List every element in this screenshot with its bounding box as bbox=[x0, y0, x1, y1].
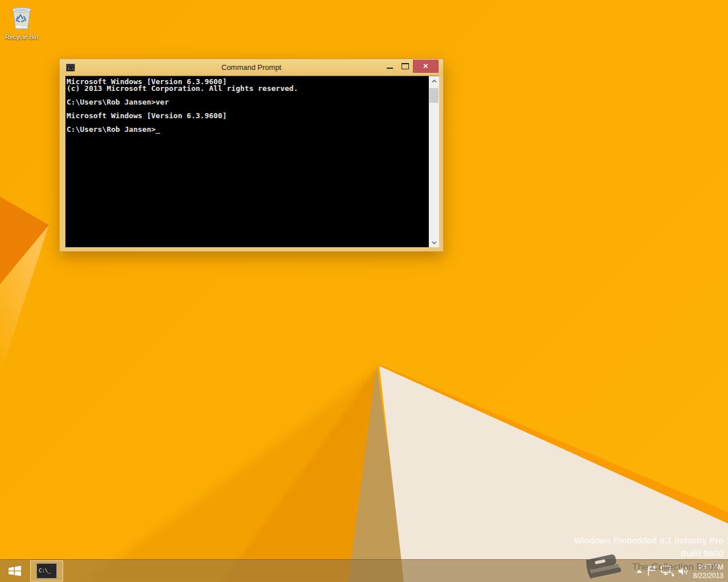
action-center-button[interactable] bbox=[647, 560, 657, 582]
windows-logo-icon bbox=[7, 564, 22, 577]
cmd-icon-dots: ... bbox=[51, 564, 55, 567]
chevron-down-icon bbox=[432, 241, 437, 244]
volume-button[interactable] bbox=[678, 560, 688, 582]
watermark-edition: Windows Embedded 8.1 Industry Pro bbox=[574, 534, 723, 547]
console-output[interactable]: Microsoft Windows [Version 6.3.9600] (c)… bbox=[65, 76, 429, 247]
recycle-bin-icon bbox=[9, 3, 35, 31]
show-hidden-icons-icon bbox=[636, 569, 643, 573]
close-button[interactable]: × bbox=[413, 60, 439, 73]
scrollbar-up-button[interactable] bbox=[429, 76, 439, 86]
recycle-bin[interactable]: Recycle Bin bbox=[2, 3, 41, 40]
console-prompt: C:\Users\Rob Jansen> bbox=[67, 125, 156, 134]
start-button[interactable] bbox=[0, 560, 30, 582]
console-line: C:\Users\Rob Jansen>ver bbox=[67, 99, 429, 106]
maximize-icon bbox=[402, 63, 409, 69]
speaker-icon bbox=[678, 566, 688, 576]
desktop: Recycle Bin ... C:\_ Command Prompt × bbox=[0, 0, 728, 582]
taskbar: ... C:\_ bbox=[0, 559, 728, 582]
cmd-icon: ... C:\_ bbox=[36, 563, 57, 579]
maximize-button[interactable] bbox=[398, 59, 413, 73]
window-controls: × bbox=[382, 59, 439, 73]
scrollbar-thumb[interactable] bbox=[429, 88, 439, 103]
console-prompt-line: C:\Users\Rob Jansen>_ bbox=[67, 126, 429, 133]
scrollbar-down-button[interactable] bbox=[429, 238, 439, 247]
recycle-bin-label: Recycle Bin bbox=[2, 34, 41, 40]
clock-time: 9:57 AM bbox=[693, 563, 723, 572]
flag-icon bbox=[647, 566, 657, 576]
taskbar-command-prompt-button[interactable]: ... C:\_ bbox=[30, 560, 63, 581]
network-button[interactable] bbox=[661, 560, 674, 582]
build-watermark: Windows Embedded 8.1 Industry Pro Build … bbox=[574, 534, 723, 560]
clock-date: 8/22/2013 bbox=[693, 572, 723, 580]
tray-clock[interactable]: 9:57 AM 8/22/2013 bbox=[693, 562, 723, 580]
console-cursor: _ bbox=[156, 125, 160, 134]
system-tray: 9:57 AM 8/22/2013 bbox=[632, 560, 725, 582]
minimize-icon bbox=[387, 68, 393, 69]
close-icon: × bbox=[423, 61, 428, 70]
console-line: Microsoft Windows [Version 6.3.9600] bbox=[67, 113, 429, 119]
console-scrollbar[interactable] bbox=[429, 76, 439, 247]
network-icon bbox=[661, 566, 674, 576]
console-line: (c) 2013 Microsoft Corporation. All righ… bbox=[67, 85, 429, 92]
minimize-button[interactable] bbox=[382, 59, 398, 73]
watermark-build: Build 9600 bbox=[574, 547, 723, 560]
command-prompt-window: ... C:\_ Command Prompt × Microsoft Wind… bbox=[59, 59, 444, 252]
window-titlebar[interactable]: ... C:\_ Command Prompt × bbox=[60, 59, 443, 76]
show-hidden-icons-button[interactable] bbox=[636, 560, 643, 582]
cmd-icon-text: C:\_ bbox=[39, 568, 51, 573]
chevron-up-icon bbox=[432, 80, 437, 83]
